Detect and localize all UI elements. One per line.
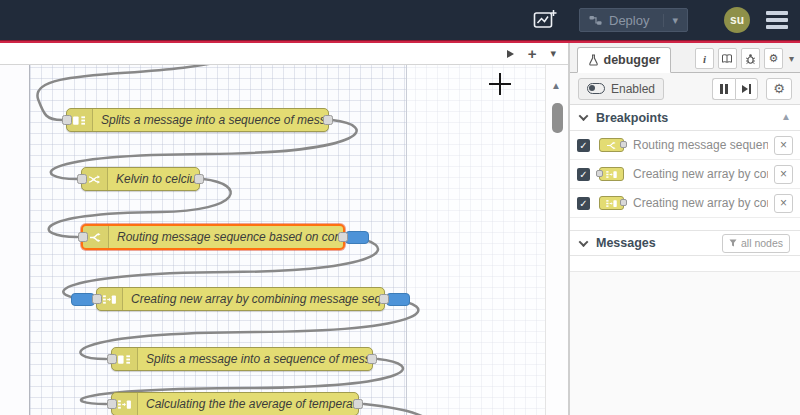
debugger-settings-button[interactable]: ⚙ bbox=[766, 78, 792, 100]
output-port[interactable] bbox=[379, 294, 389, 304]
info-tab-button[interactable]: i bbox=[695, 48, 714, 69]
messages-section-header[interactable]: Messages all nodes bbox=[570, 230, 800, 256]
input-port[interactable] bbox=[107, 399, 117, 409]
breakpoint-row: ✓Routing message sequence based on condi… bbox=[570, 131, 800, 160]
output-port[interactable] bbox=[323, 115, 333, 125]
remove-breakpoint-button[interactable]: × bbox=[774, 136, 793, 155]
book-icon bbox=[721, 53, 733, 64]
breakpoints-title: Breakpoints bbox=[596, 111, 668, 125]
deploy-label: Deploy bbox=[609, 13, 649, 28]
chevron-down-icon bbox=[579, 237, 589, 247]
scroll-up-arrow-icon[interactable]: ▲ bbox=[551, 80, 561, 91]
tab-debugger[interactable]: debugger bbox=[577, 47, 671, 73]
breakpoint-row: ✓Creating new array by combining message… bbox=[570, 189, 800, 218]
sidebar-tabs-caret-icon[interactable]: ▾ bbox=[787, 53, 796, 64]
flow-node-join-2[interactable]: Calculating the the average of temperatu… bbox=[111, 392, 359, 415]
hamburger-bar bbox=[766, 11, 788, 15]
debugger-enabled-toggle[interactable]: Enabled bbox=[578, 78, 664, 100]
breakpoint-checkbox[interactable]: ✓ bbox=[577, 197, 590, 210]
flow-list-button[interactable]: ▾ bbox=[550, 48, 556, 59]
flask-icon bbox=[588, 54, 599, 66]
enabled-label: Enabled bbox=[611, 82, 655, 96]
mini-port bbox=[620, 141, 627, 148]
debugger-panel: ▲ Breakpoints ✓Routing message sequence … bbox=[570, 105, 800, 415]
breakpoint-label: Creating new array by combining message … bbox=[633, 196, 768, 210]
breakpoint-checkbox[interactable]: ✓ bbox=[577, 168, 590, 181]
hamburger-bar bbox=[766, 25, 788, 29]
scroll-tabs-right-button[interactable] bbox=[507, 50, 514, 58]
messages-title: Messages bbox=[596, 236, 656, 250]
paused-message-badge bbox=[386, 293, 410, 306]
output-port[interactable] bbox=[367, 354, 377, 364]
tab-debugger-label: debugger bbox=[604, 53, 661, 67]
mini-port bbox=[620, 199, 627, 206]
sidebar-tab-buttons: i ⚙ ▾ bbox=[695, 48, 796, 69]
flow-node-change-1[interactable]: Kelvin to celcius bbox=[81, 167, 200, 191]
debugger-toolbar: Enabled ⚙ bbox=[570, 73, 800, 105]
help-tab-button[interactable] bbox=[718, 48, 737, 69]
switch-mini-node-icon bbox=[599, 138, 624, 152]
step-button[interactable] bbox=[735, 78, 758, 100]
workspace-tab-strip: + ▾ bbox=[0, 43, 568, 65]
node-label: Routing message sequence based on condit… bbox=[109, 226, 343, 248]
debugger-step-controls bbox=[712, 78, 758, 100]
remove-breakpoint-button[interactable]: × bbox=[774, 165, 793, 184]
deploy-node-icon bbox=[589, 15, 602, 26]
breakpoint-label: Creating new array by combining message … bbox=[633, 167, 768, 181]
flow-node-switch-1[interactable]: Routing message sequence based on condit… bbox=[81, 224, 345, 250]
messages-empty-area bbox=[570, 256, 800, 272]
breakpoints-section-header[interactable]: Breakpoints bbox=[570, 105, 800, 131]
flow-chart-sparkle-icon[interactable] bbox=[531, 8, 559, 32]
input-port[interactable] bbox=[107, 354, 117, 364]
node-label: Calculating the the average of temperatu… bbox=[138, 393, 358, 415]
node-red-app: Deploy ▾ su + ▾ Splits a message into a … bbox=[0, 0, 800, 415]
node-label: Creating new array by combining message … bbox=[123, 288, 384, 310]
deploy-caret-icon[interactable]: ▾ bbox=[663, 14, 678, 27]
input-port[interactable] bbox=[78, 232, 88, 242]
play-triangle-icon bbox=[507, 50, 514, 58]
canvas-scrollbar: ▲ bbox=[545, 65, 568, 415]
main-area: + ▾ Splits a message into a sequence of … bbox=[0, 43, 800, 415]
output-port[interactable] bbox=[338, 232, 348, 242]
flow-canvas[interactable]: Splits a message into a sequence of mess… bbox=[0, 65, 568, 415]
remove-breakpoint-button[interactable]: × bbox=[774, 194, 793, 213]
pause-button[interactable] bbox=[712, 78, 735, 100]
canvas-scrollbar-thumb[interactable] bbox=[552, 103, 563, 133]
toggle-icon bbox=[587, 83, 605, 94]
add-flow-button[interactable]: + bbox=[528, 46, 537, 61]
join-mini-node-icon bbox=[599, 196, 624, 210]
input-port[interactable] bbox=[77, 174, 87, 184]
chevron-down-icon bbox=[579, 111, 589, 121]
mini-port bbox=[596, 170, 603, 177]
input-port[interactable] bbox=[62, 115, 72, 125]
node-label: Splits a message into a sequence of mess… bbox=[138, 348, 372, 370]
breakpoint-label: Routing message sequence based on condit… bbox=[633, 138, 768, 152]
breakpoints-list: ✓Routing message sequence based on condi… bbox=[570, 131, 800, 218]
flow-node-split-1[interactable]: Splits a message into a sequence of mess… bbox=[66, 108, 329, 132]
debugger-tab-button[interactable] bbox=[741, 48, 760, 69]
join-mini-node-icon bbox=[599, 167, 624, 181]
node-label: Splits a message into a sequence of mess… bbox=[93, 109, 328, 131]
deploy-button[interactable]: Deploy ▾ bbox=[579, 8, 688, 32]
paused-message-badge bbox=[345, 231, 369, 244]
flow-node-join-1[interactable]: Creating new array by combining message … bbox=[96, 287, 385, 311]
user-avatar[interactable]: su bbox=[724, 7, 750, 33]
hamburger-bar bbox=[766, 18, 788, 22]
breakpoint-checkbox[interactable]: ✓ bbox=[577, 139, 590, 152]
main-menu-button[interactable] bbox=[764, 9, 790, 31]
messages-filter-label: all nodes bbox=[741, 237, 783, 249]
filter-funnel-icon bbox=[729, 239, 737, 247]
breakpoint-row: ✓Creating new array by combining message… bbox=[570, 160, 800, 189]
flow-wire[interactable] bbox=[364, 404, 440, 415]
bug-icon bbox=[745, 53, 756, 65]
output-port[interactable] bbox=[194, 174, 204, 184]
output-port[interactable] bbox=[353, 399, 363, 409]
node-label: Kelvin to celcius bbox=[108, 168, 199, 190]
header: Deploy ▾ su bbox=[0, 0, 800, 40]
messages-filter-button[interactable]: all nodes bbox=[722, 234, 790, 253]
config-nodes-tab-button[interactable]: ⚙ bbox=[764, 48, 783, 69]
workspace-pane: + ▾ Splits a message into a sequence of … bbox=[0, 43, 568, 415]
flow-node-split-2[interactable]: Splits a message into a sequence of mess… bbox=[111, 347, 373, 371]
input-port[interactable] bbox=[92, 294, 102, 304]
panel-scroll-up-icon[interactable]: ▲ bbox=[781, 111, 791, 122]
